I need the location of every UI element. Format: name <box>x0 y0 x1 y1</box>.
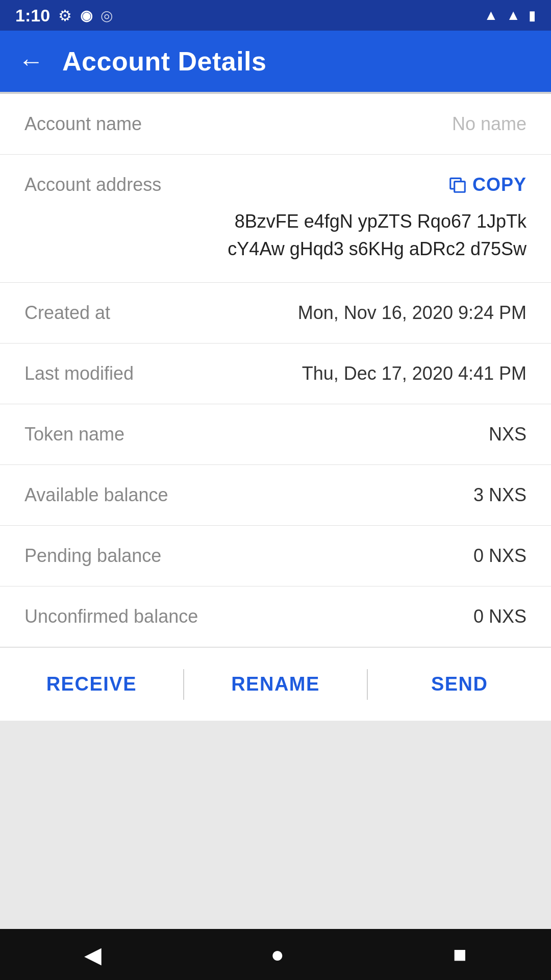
token-name-label: Token name <box>24 424 124 445</box>
nav-back-button[interactable]: ◀ <box>84 942 102 968</box>
back-button[interactable]: ← <box>18 46 44 76</box>
app-icon-1: ◉ <box>80 7 92 24</box>
nav-bar: ◀ ● ■ <box>0 929 551 980</box>
battery-icon: ▮ <box>529 8 536 23</box>
account-name-label: Account name <box>24 113 142 135</box>
last-modified-value: Thu, Dec 17, 2020 4:41 PM <box>302 363 527 384</box>
pending-balance-row: Pending balance 0 NXS <box>0 526 551 586</box>
token-name-value: NXS <box>489 424 527 445</box>
receive-button[interactable]: RECEIVE <box>0 668 183 700</box>
pending-balance-label: Pending balance <box>24 545 161 567</box>
gear-icon: ⚙ <box>58 7 72 24</box>
status-left: 1:10 ⚙ ◉ ◎ <box>15 6 113 26</box>
created-at-row: Created at Mon, Nov 16, 2020 9:24 PM <box>0 283 551 344</box>
nav-recent-button[interactable]: ■ <box>453 942 467 967</box>
unconfirmed-balance-row: Unconfirmed balance 0 NXS <box>0 586 551 647</box>
pending-balance-value: 0 NXS <box>473 545 527 567</box>
app-icon-2: ◎ <box>101 7 113 24</box>
app-bar: ← Account Details <box>0 31 551 92</box>
available-balance-value: 3 NXS <box>473 484 527 506</box>
status-bar: 1:10 ⚙ ◉ ◎ ▲ ▲ ▮ <box>0 0 551 31</box>
page-title: Account Details <box>62 46 266 77</box>
copy-label: COPY <box>472 174 527 195</box>
copy-button[interactable]: COPY <box>448 174 527 195</box>
last-modified-row: Last modified Thu, Dec 17, 2020 4:41 PM <box>0 344 551 404</box>
copy-icon <box>448 175 467 194</box>
available-balance-label: Available balance <box>24 484 168 506</box>
bottom-area <box>0 721 551 929</box>
send-button[interactable]: SEND <box>368 668 551 700</box>
created-at-label: Created at <box>24 302 110 324</box>
svg-rect-0 <box>455 182 465 192</box>
unconfirmed-balance-label: Unconfirmed balance <box>24 606 198 627</box>
available-balance-row: Available balance 3 NXS <box>0 465 551 526</box>
account-address-label: Account address <box>24 174 161 195</box>
address-row-top: Account address COPY <box>24 174 527 195</box>
account-name-value: No name <box>452 113 527 135</box>
account-address-row: Account address COPY 8BzvFE e4fgN ypZTS … <box>0 155 551 283</box>
nav-home-button[interactable]: ● <box>270 942 284 967</box>
account-address-value: 8BzvFE e4fgN ypZTS Rqo67 1JpTk cY4Aw gHq… <box>24 208 527 263</box>
action-bar: RECEIVE RENAME SEND <box>0 647 551 721</box>
status-right: ▲ ▲ ▮ <box>484 7 536 23</box>
rename-button[interactable]: RENAME <box>184 668 367 700</box>
status-time: 1:10 <box>15 6 50 26</box>
account-name-row: Account name No name <box>0 94 551 155</box>
last-modified-label: Last modified <box>24 363 134 384</box>
created-at-value: Mon, Nov 16, 2020 9:24 PM <box>298 302 527 324</box>
content-area: Account name No name Account address COP… <box>0 94 551 721</box>
signal-icon: ▲ <box>506 7 520 23</box>
wifi-icon: ▲ <box>484 7 498 23</box>
unconfirmed-balance-value: 0 NXS <box>473 606 527 627</box>
token-name-row: Token name NXS <box>0 404 551 465</box>
